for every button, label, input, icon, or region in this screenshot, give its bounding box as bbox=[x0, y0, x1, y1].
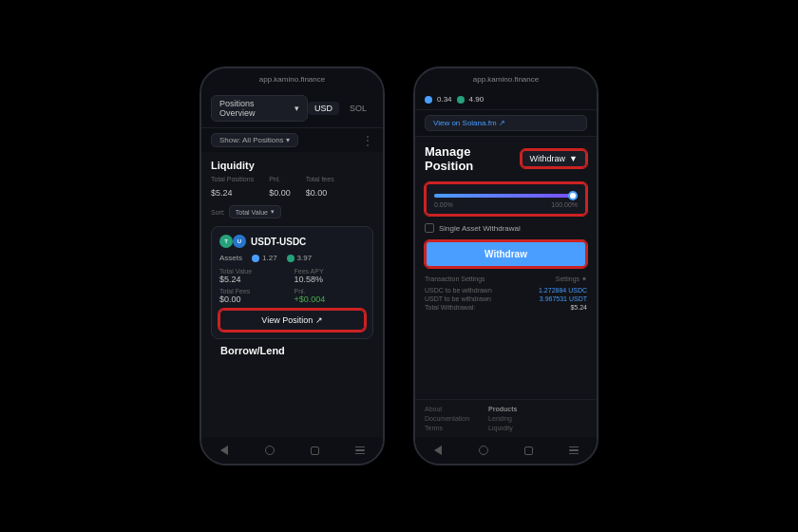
total-positions-stat: Total Positions $5.24 bbox=[211, 176, 254, 200]
home-button-left[interactable] bbox=[263, 444, 276, 457]
android-nav-left bbox=[201, 437, 383, 464]
token1-value: 0.34 bbox=[437, 95, 452, 104]
menu-button-left[interactable] bbox=[353, 444, 367, 457]
asset1-value: 1.27 bbox=[262, 254, 277, 262]
url-bar-right: app.kamino.finance bbox=[473, 75, 539, 84]
menu-icon bbox=[355, 446, 365, 455]
token2-dot bbox=[457, 96, 465, 104]
view-position-button[interactable]: View Position ↗ bbox=[219, 310, 365, 331]
footer-links: About Documentation Terms Products Lendi… bbox=[415, 399, 597, 437]
slider-labels: 0.00% 100.00% bbox=[434, 201, 578, 208]
fees-apy-metric: Fees APY 10.58% bbox=[294, 268, 366, 284]
withdraw-button[interactable]: Withdraw bbox=[425, 240, 587, 268]
positions-dropdown[interactable]: Positions Overview ▾ bbox=[211, 95, 308, 122]
back-icon bbox=[220, 446, 228, 455]
usdc-label: USDC to be withdrawn bbox=[425, 287, 492, 294]
card-total-fees-label: Total Fees bbox=[219, 288, 291, 294]
slider-min-label: 0.00% bbox=[434, 201, 453, 208]
footer-col2: Products Lending Liquidity bbox=[488, 406, 517, 431]
total-row: Total Withdrawal: $5.24 bbox=[425, 304, 587, 311]
show-all-button[interactable]: Show: All Positions ▾ bbox=[211, 133, 298, 147]
manage-header-bar: 0.34 4.90 bbox=[415, 89, 597, 110]
show-all-arrow-icon: ▾ bbox=[286, 136, 290, 144]
status-bar-left: app.kamino.finance bbox=[201, 68, 383, 89]
footer-documentation[interactable]: Documentation bbox=[425, 415, 469, 422]
tx-settings-label: Transaction Settings bbox=[425, 276, 485, 283]
sol-tab[interactable]: SOL bbox=[343, 102, 373, 115]
token-balances: 0.34 4.90 bbox=[425, 95, 484, 104]
more-menu-icon[interactable]: ⋮ bbox=[362, 134, 373, 147]
assets-row: Assets 1.27 3.97 bbox=[219, 254, 365, 262]
usdc-value: 1.272884 USDC bbox=[539, 287, 587, 294]
tx-header: Transaction Settings Settings ✦ bbox=[425, 276, 587, 283]
total-positions-value: $5.24 bbox=[211, 188, 233, 198]
url-bar-left: app.kamino.finance bbox=[259, 75, 325, 84]
total-value-value: $5.24 bbox=[219, 275, 291, 284]
fees-apy-value: 10.58% bbox=[294, 275, 366, 284]
token-icons: T U bbox=[219, 235, 246, 248]
recents-button-left[interactable] bbox=[308, 444, 321, 457]
footer-lending[interactable]: Lending bbox=[488, 415, 517, 422]
show-all-bar: Show: All Positions ▾ ⋮ bbox=[201, 128, 383, 152]
pair-header: T U USDT-USDC bbox=[219, 235, 365, 248]
back-button-right[interactable] bbox=[431, 444, 445, 457]
transaction-section: Transaction Settings Settings ✦ USDC to … bbox=[425, 276, 587, 311]
usdt-value: 3.967531 USDT bbox=[540, 295, 587, 302]
total-positions-label: Total Positions bbox=[211, 176, 254, 182]
single-asset-checkbox[interactable] bbox=[425, 223, 434, 233]
assets-label: Assets bbox=[219, 254, 242, 262]
positions-header: Positions Overview ▾ USD SOL bbox=[201, 89, 383, 128]
total-value-label: Total Value bbox=[219, 268, 291, 275]
back-button-left[interactable] bbox=[218, 444, 231, 457]
phone-left: app.kamino.finance Positions Overview ▾ … bbox=[200, 66, 385, 466]
pnl-label: Pnl. bbox=[269, 176, 291, 182]
footer-terms[interactable]: Terms bbox=[425, 425, 469, 431]
card-total-fees-metric: Total Fees $0.00 bbox=[219, 288, 291, 304]
single-asset-row: Single Asset Withdrawal bbox=[425, 223, 587, 233]
recents-icon bbox=[311, 446, 319, 455]
asset2-dot bbox=[287, 255, 294, 262]
card-pnl-metric: Pnl. +$0.004 bbox=[294, 288, 366, 304]
slider-max-label: 100.00% bbox=[551, 201, 578, 208]
asset1-badge: 1.27 bbox=[252, 254, 277, 262]
back-icon-right bbox=[434, 446, 442, 455]
footer-liquidity[interactable]: Liquidity bbox=[488, 425, 517, 431]
recents-icon-right bbox=[524, 446, 533, 455]
total-label: Total Withdrawal: bbox=[425, 304, 475, 311]
usdt-row: USDT to be withdrawn 3.967531 USDT bbox=[425, 295, 587, 302]
pair-name: USDT-USDC bbox=[251, 237, 306, 247]
liquidity-title: Liquidity bbox=[211, 160, 373, 171]
recents-button-right[interactable] bbox=[522, 444, 535, 457]
position-card: T U USDT-USDC Assets 1.27 3.97 bbox=[211, 226, 373, 339]
withdraw-arrow-icon: ▼ bbox=[569, 154, 578, 163]
withdraw-dropdown[interactable]: Withdraw ▼ bbox=[521, 149, 587, 168]
card-pnl-label: Pnl. bbox=[294, 288, 366, 294]
home-button-right[interactable] bbox=[477, 444, 490, 457]
slider-thumb[interactable] bbox=[568, 191, 578, 200]
fees-apy-label: Fees APY bbox=[294, 268, 366, 275]
manage-title: Manage Position bbox=[425, 144, 521, 173]
sort-button[interactable]: Total Value ▾ bbox=[229, 205, 281, 218]
asset2-badge: 3.97 bbox=[287, 254, 313, 262]
tx-settings-icon[interactable]: Settings ✦ bbox=[556, 276, 587, 283]
total-value: $5.24 bbox=[570, 304, 587, 311]
footer-about[interactable]: About bbox=[425, 406, 469, 412]
menu-button-right[interactable] bbox=[567, 444, 580, 457]
pnl-value: $0.00 bbox=[269, 188, 291, 198]
usdc-row: USDC to be withdrawn 1.272884 USDC bbox=[425, 287, 587, 294]
manage-body: Manage Position Withdraw ▼ 0.00% 100.00% bbox=[415, 137, 597, 399]
slider-container[interactable]: 0.00% 100.00% bbox=[425, 182, 587, 216]
usdt-label: USDT to be withdrawn bbox=[425, 295, 491, 302]
menu-icon-right bbox=[569, 446, 579, 455]
solana-link[interactable]: View on Solana.fm ↗ bbox=[425, 115, 587, 131]
token2-value: 4.90 bbox=[469, 95, 484, 104]
slider-track[interactable] bbox=[434, 194, 578, 198]
footer-products-header: Products bbox=[488, 406, 517, 412]
currency-toggle: USD SOL bbox=[308, 102, 373, 115]
sort-row: Sort: Total Value ▾ bbox=[211, 205, 373, 218]
usdc-icon: U bbox=[233, 235, 246, 248]
usd-tab[interactable]: USD bbox=[308, 102, 339, 115]
manage-position-header: Manage Position Withdraw ▼ bbox=[425, 144, 587, 173]
usdt-icon: T bbox=[219, 235, 233, 248]
withdraw-label: Withdraw bbox=[530, 154, 566, 163]
